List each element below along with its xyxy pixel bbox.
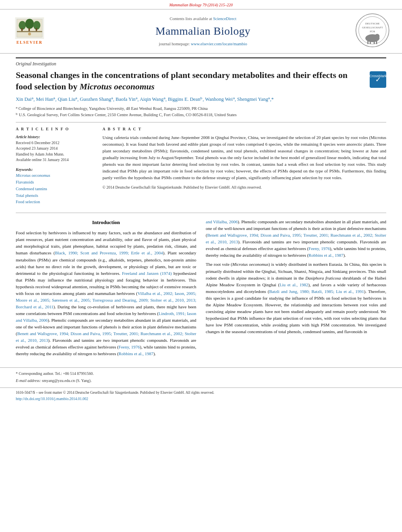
elsevier-tree-icon <box>14 17 45 39</box>
body-col-right: and Villalba, 2006). Phenolic compounds … <box>206 219 386 360</box>
affiliations: ᵃ College of Bioscience and Biotechnolog… <box>16 106 386 118</box>
affiliation-b: ᵇ U.S. Geological Survey, Fort Collins S… <box>16 112 386 118</box>
svg-text:GESELLSCHAFT: GESELLSCHAFT <box>362 26 383 29</box>
elsevier-logo: ELSEVIER <box>8 17 51 46</box>
keyword-2: Flavanoids <box>16 179 95 186</box>
abstract-text: Using cafeteria trials conducted during … <box>102 134 386 181</box>
footer-issn: 1616-5047/$ – see front matter © 2014 De… <box>16 390 386 396</box>
keywords-section: Keywords: Microtus oeconomus Flavanoids … <box>16 167 95 206</box>
svg-rect-18 <box>370 41 371 44</box>
right-para-1: and Villalba, 2006). Phenolic compounds … <box>206 219 386 259</box>
article-type: Original Investigation <box>16 57 386 67</box>
species-italic: Microtus oeconomus <box>232 262 268 267</box>
ref-and-villalba: and Villalba, 2006 <box>206 219 238 224</box>
plant-italic: Dasiphora fruticosa <box>305 276 341 280</box>
ref-robbins-2: Robbins et al., 1987 <box>309 253 343 258</box>
ref-villalba: Villalba et al., 2002; Iason, 2005; Moor… <box>16 291 196 309</box>
svg-rect-8 <box>17 31 42 32</box>
homepage-link[interactable]: www.elsevier.com/locate/mambio <box>191 42 247 46</box>
corresponding-text: * Corresponding author. Tel.: +86 514 87… <box>16 371 94 376</box>
received-date: Received 6 December 2012 <box>16 140 95 146</box>
article-title-italic: Microtus oeconomus <box>80 82 154 91</box>
ref-benett-2: Benett and Wallsgrove, 1994; Dixon and P… <box>206 233 386 244</box>
society-logo-icon: DEUTSCHE GESELLSCHAFT FÜR <box>355 13 390 48</box>
keywords-label: Keywords: <box>16 167 95 173</box>
body-columns: Introduction Food selection by herbivore… <box>16 213 386 360</box>
divider <box>16 122 386 122</box>
keyword-3: Condensed tannins <box>16 186 95 193</box>
article-info-heading: A R T I C L E I N F O <box>16 126 95 132</box>
article-title: Seasonal changes in the concentrations o… <box>16 70 370 92</box>
svg-point-16 <box>375 34 380 39</box>
affiliation-a: ᵃ College of Bioscience and Biotechnolog… <box>16 106 386 112</box>
abstract-heading: A B S T R A C T <box>102 126 386 132</box>
crossmark-badge: CrossMark ✓ <box>370 71 386 90</box>
ref-feeny: Feeny, 1976 <box>119 345 140 349</box>
corresponding-author: * Corresponding author. Tel.: +86 514 87… <box>16 371 386 377</box>
svg-rect-6 <box>28 28 30 31</box>
journal-title: Mammalian Biology <box>51 23 355 39</box>
abstract-section: A B S T R A C T Using cafeteria trials c… <box>102 126 386 206</box>
ref-batzli: Batzli and Jung, 1980; Batzli, 1985; Liu… <box>269 289 364 294</box>
available-online: Available online 31 January 2014 <box>16 157 95 163</box>
ref-feeny-2: Feeny, 1976 <box>309 246 330 251</box>
ref-lindroth: Lindroth, 1991; Iason and Villalba, 2006 <box>16 311 196 323</box>
contents-link: Contents lists available at ScienceDirec… <box>51 16 355 22</box>
footer-doi: http://dx.doi.org/10.1016/j.mambio.2014.… <box>16 397 386 402</box>
article-title-text: Seasonal changes in the concentrations o… <box>16 70 348 91</box>
handled-by: Handled by Adam John Munn. <box>16 152 95 158</box>
right-para-2: The root vole (Microtus oeconomus) is wi… <box>206 261 386 335</box>
svg-rect-19 <box>374 41 375 44</box>
keyword-4: Total phenols <box>16 193 95 199</box>
doi-link[interactable]: http://dx.doi.org/10.1016/j.mambio.2014.… <box>16 397 88 401</box>
article-title-row: Seasonal changes in the concentrations o… <box>16 70 386 92</box>
journal-meta: Mammalian Biology 79 (2014) 215–220 <box>0 0 402 9</box>
ref-robbins: Robbins et al., 1987 <box>119 351 153 356</box>
svg-rect-17 <box>367 41 368 44</box>
intro-para-1: Food selection by herbivores is influenc… <box>16 230 196 357</box>
info-abstract-section: A R T I C L E I N F O Article history: R… <box>16 126 386 206</box>
accepted-date: Accepted 23 January 2014 <box>16 146 95 152</box>
page-footer: 1616-5047/$ – see front matter © 2014 De… <box>0 387 402 404</box>
crossmark-icon: CrossMark ✓ <box>370 71 386 88</box>
sciencedirect-link[interactable]: ScienceDirect <box>213 17 236 21</box>
journal-header: ELSEVIER Contents lists available at Sci… <box>0 9 402 54</box>
body-col-left: Introduction Food selection by herbivore… <box>16 219 196 360</box>
svg-rect-7 <box>36 28 37 31</box>
journal-center: Contents lists available at ScienceDirec… <box>51 16 355 47</box>
svg-text:FÜR: FÜR <box>370 30 375 33</box>
email-value: smyang@yzu.edu.cn (S. Yang). <box>42 378 91 383</box>
svg-rect-20 <box>376 41 377 44</box>
elsevier-label: ELSEVIER <box>17 40 43 46</box>
footnote-section: * Corresponding author. Tel.: +86 514 87… <box>0 367 402 384</box>
svg-text:DEUTSCHE: DEUTSCHE <box>365 22 380 25</box>
article-info: A R T I C L E I N F O Article history: R… <box>16 126 95 206</box>
ref-liu-1982: Liu et al., 1982 <box>279 282 308 287</box>
history-label: Article history: <box>16 134 95 140</box>
authors: Xin Daiᵃ, Mei Hanᵃ, Qian Liuᵃ, Guozhen S… <box>16 95 386 103</box>
svg-rect-5 <box>21 28 23 31</box>
society-logo: DEUTSCHE GESELLSCHAFT FÜR <box>355 13 390 50</box>
ref-benett: Benett and Wallsgrove, 1994; Dixon and P… <box>16 331 196 343</box>
keyword-1: Microtus oeconomus <box>16 172 95 179</box>
copyright-line: © 2014 Deutsche Gesellschaft für Säugeti… <box>102 185 386 191</box>
email-label: E-mail address: <box>16 378 41 383</box>
svg-point-3 <box>25 19 34 29</box>
svg-text:✓: ✓ <box>375 76 381 83</box>
main-content: Original Investigation Seasonal changes … <box>0 54 402 367</box>
ref-black-1990: Black, 1990; Scott and Provenza, 1999; E… <box>55 250 163 255</box>
email-line: E-mail address: smyang@yzu.edu.cn (S. Ya… <box>16 378 386 384</box>
intro-title: Introduction <box>16 219 196 226</box>
abstract-body: Using cafeteria trials conducted during … <box>102 135 386 180</box>
svg-point-9 <box>28 32 31 35</box>
keyword-5: Food selection <box>16 199 95 206</box>
ref-freeland: Freeland and Janzen (1974) <box>122 271 171 276</box>
journal-homepage: journal homepage: www.elsevier.com/locat… <box>51 41 355 47</box>
